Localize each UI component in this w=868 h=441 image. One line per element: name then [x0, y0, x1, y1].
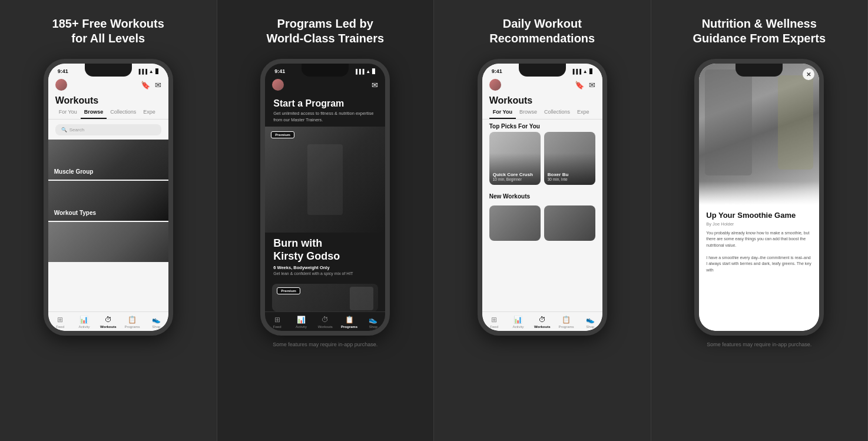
program-hero: Premium	[265, 127, 385, 233]
notch-4	[736, 64, 783, 77]
bottom-nav-1: ⊞ Feed 📊 Activity ⏱ Workouts 📋 Programs …	[48, 311, 168, 331]
tabs-3: For You Browse Collections Expe	[482, 106, 602, 120]
wifi-icon-3: ▲	[583, 69, 588, 74]
program-meta: 6 Weeks, Bodyweight Only	[273, 265, 377, 270]
nav-workouts-2[interactable]: ⏱ Workouts	[313, 316, 337, 329]
tab-for-you-3[interactable]: For You	[489, 106, 516, 119]
category-muscle-group[interactable]: Muscle Group	[48, 140, 168, 180]
nutrition-hero: ✕	[699, 64, 819, 205]
battery-icon-3: ▊	[589, 69, 593, 74]
workouts-icon-2: ⏱	[322, 316, 329, 324]
shop-icon-1: 👟	[152, 316, 161, 324]
notch-3	[519, 64, 566, 77]
search-bar-1[interactable]: 🔍 Search	[55, 124, 161, 135]
panel-daily-recs: Daily Workout Recommendations 9:41 ▐▐▐ ▲…	[434, 0, 651, 441]
nav-shop-3[interactable]: 👟 Shop	[578, 316, 602, 329]
workouts-nav-label-3: Workouts	[534, 325, 551, 329]
shop-label-3: Shop	[586, 325, 594, 329]
bookmark-icon-3[interactable]: 🔖	[575, 81, 584, 89]
pick-card-quick-core[interactable]: Quick Core Crush 10 min, Beginner	[489, 132, 541, 185]
feed-icon-2: ⊞	[274, 316, 280, 324]
activity-icon-3: 📊	[513, 316, 522, 324]
new-card-2[interactable]	[544, 205, 595, 241]
bottom-nav-2: ⊞ Feed 📊 Activity ⏱ Workouts 📋 Programs …	[265, 311, 385, 331]
battery-icon: ▊	[155, 69, 159, 74]
nav-activity-2[interactable]: 📊 Activity	[289, 316, 313, 329]
start-program-title: Start a Program	[273, 98, 377, 109]
programs-label-3: Programs	[559, 325, 574, 329]
tab-expe-1[interactable]: Expe	[140, 106, 159, 119]
tab-browse-1[interactable]: Browse	[81, 106, 107, 119]
app-header-1: 🔖 ✉	[48, 77, 168, 93]
tab-collections-3[interactable]: Collections	[541, 106, 574, 119]
nav-activity-3[interactable]: 📊 Activity	[506, 316, 531, 329]
activity-label-2: Activity	[296, 325, 307, 329]
app-header-3: 🔖 ✉	[482, 77, 602, 93]
disclaimer-2: Some features may require in-app purchas…	[273, 341, 377, 347]
phone-screen-4: ✕ Up Your Smoothie Game By Joe Holder Yo…	[699, 64, 819, 331]
nav-programs-1[interactable]: 📋 Programs	[120, 316, 144, 329]
programs-label-2: Programs	[341, 325, 357, 329]
nav-shop-1[interactable]: 👟 Shop	[144, 316, 168, 329]
start-program-subtitle: Get unlimited access to fitness & nutrit…	[273, 111, 377, 123]
tab-for-you-1[interactable]: For You	[55, 106, 81, 119]
phone-frame-1: 9:41 ▐▐▐ ▲ ▊ 🔖 ✉ Workouts	[44, 59, 173, 336]
muscle-group-label: Muscle Group	[54, 168, 94, 175]
category-bottom[interactable]	[48, 222, 168, 262]
new-workouts-row	[482, 205, 602, 241]
phone-frame-2: 9:41 ▐▐▐ ▲ ▊ ✉ Start a Program Get unlim…	[260, 59, 390, 336]
nav-shop-2[interactable]: 👟 Shop	[361, 316, 385, 329]
disclaimer-4: Some features may require in-app purchas…	[707, 341, 811, 347]
tab-browse-3[interactable]: Browse	[516, 106, 541, 119]
tab-expe-3[interactable]: Expe	[574, 106, 593, 119]
avatar-3	[489, 79, 501, 91]
picks-row: Quick Core Crush 10 min, Beginner Boxer …	[482, 132, 602, 185]
mail-icon-1[interactable]: ✉	[155, 81, 161, 89]
workouts-title-3: Workouts	[489, 95, 595, 106]
panel-title-1: 185+ Free Workouts for All Levels	[52, 16, 164, 47]
second-program-card[interactable]: Premium	[272, 284, 378, 311]
phone-frame-3: 9:41 ▐▐▐ ▲ ▊ 🔖 ✉ Workouts	[478, 59, 607, 336]
nav-programs-2[interactable]: 📋 Programs	[337, 316, 362, 329]
feed-label-2: Feed	[273, 325, 281, 329]
mail-icon-3[interactable]: ✉	[589, 81, 595, 89]
category-workout-types[interactable]: Workout Types	[48, 181, 168, 221]
top-picks-heading: Top Picks For You	[482, 120, 602, 132]
programs-icon-1: 📋	[128, 316, 137, 324]
workouts-icon-1: ⏱	[105, 316, 112, 324]
signal-icon-3: ▐▐▐	[571, 69, 581, 74]
nav-feed-1[interactable]: ⊞ Feed	[48, 316, 72, 329]
pick-card-boxer[interactable]: Boxer Bu 30 min, Inte	[544, 132, 595, 185]
battery-icon-2: ▊	[372, 69, 376, 74]
feed-label-3: Feed	[490, 325, 498, 329]
shop-label-1: Shop	[152, 325, 160, 329]
shop-icon-3: 👟	[586, 316, 595, 324]
app-header-2: ✉	[265, 77, 385, 93]
mail-icon-2[interactable]: ✉	[372, 81, 378, 89]
nav-workouts-3[interactable]: ⏱ Workouts	[530, 316, 554, 329]
nav-activity-1[interactable]: 📊 Activity	[72, 316, 97, 329]
signal-icon: ▐▐▐	[137, 69, 147, 74]
workout-types-label: Workout Types	[54, 210, 96, 216]
panel-title-2: Programs Led by World-Class Trainers	[266, 16, 384, 47]
tab-collections-1[interactable]: Collections	[107, 106, 140, 119]
article-author: By Joe Holder	[706, 221, 812, 227]
status-icons-2: ▐▐▐ ▲ ▊	[354, 69, 376, 74]
nav-feed-2[interactable]: ⊞ Feed	[265, 316, 289, 329]
pick-label-boxer: Boxer Bu 30 min, Inte	[548, 172, 569, 181]
nav-feed-3[interactable]: ⊞ Feed	[482, 316, 506, 329]
bookmark-icon-1[interactable]: 🔖	[141, 81, 150, 89]
activity-icon-1: 📊	[79, 316, 88, 324]
article-body: You probably already know how to make a …	[706, 230, 812, 274]
nav-programs-3[interactable]: 📋 Programs	[554, 316, 578, 329]
activity-label-1: Activity	[78, 325, 90, 329]
notch-2	[302, 64, 349, 77]
status-icons-1: ▐▐▐ ▲ ▊	[137, 69, 159, 74]
nav-workouts-1[interactable]: ⏱ Workouts	[96, 316, 120, 329]
program-desc: Get lean & confident with a spicy mix of…	[273, 271, 377, 276]
phone-screen-1: 9:41 ▐▐▐ ▲ ▊ 🔖 ✉ Workouts	[48, 64, 168, 331]
wifi-icon-2: ▲	[366, 69, 370, 74]
shop-icon-2: 👟	[369, 316, 377, 324]
workouts-icon-3: ⏱	[539, 316, 546, 324]
new-card-1[interactable]	[489, 205, 541, 241]
